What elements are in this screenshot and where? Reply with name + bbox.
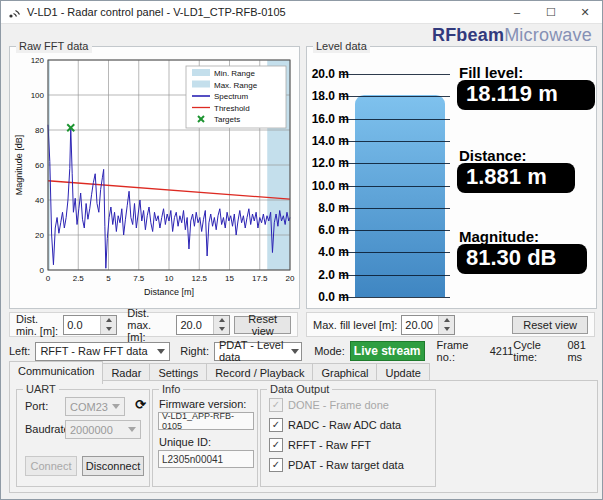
y-tick-label: 20 [35, 231, 44, 240]
y-tick-label: 80 [35, 126, 44, 135]
dist-min-value[interactable]: 0.0 [64, 316, 100, 334]
chevron-down-icon [108, 404, 124, 409]
tank-scale-label: 20.0 m [301, 67, 349, 81]
fill-level-value: 18.119 m [457, 80, 595, 110]
unique-id-field: L2305n00041 [158, 450, 254, 468]
legend-swatch [192, 69, 210, 76]
x-tick-label: 12.5 [191, 274, 207, 283]
cycle-time-value: 081 ms [567, 339, 598, 363]
app-icon [8, 5, 22, 19]
dist-min-arrows[interactable] [100, 316, 116, 334]
right-display-value: PDAT - Level data [219, 339, 289, 363]
tank-scale-line [341, 252, 450, 253]
chevron-down-icon [289, 349, 302, 354]
max-fill-value[interactable]: 20.00 [402, 316, 438, 334]
data-output-groupbox: Data Output ✓DONE - Frame done✓RADC - Ra… [260, 389, 436, 487]
checkbox-row[interactable]: ✓RADC - Raw ADC data [269, 418, 401, 432]
raw-fft-groupbox: Raw FFT data 02.557.51012.51517.52002040… [9, 46, 300, 309]
firmware-label: Firmware version: [159, 398, 246, 410]
tank-scale-line [341, 141, 450, 142]
checkbox-label: RADC - Raw ADC data [288, 419, 401, 431]
y-tick-label: 0 [40, 266, 45, 275]
x-tick-label: 17.5 [252, 274, 268, 283]
dist-max-arrows[interactable] [213, 316, 229, 334]
firmware-value-field: V-LD1_APP-RFB-0105 [158, 412, 254, 430]
info-title: Info [159, 382, 183, 396]
max-fill-stepper[interactable]: 20.00 [401, 315, 455, 335]
level-tank: 20.0 m18.0 m16.0 m14.0 m12.0 m10.0 m8.0 … [307, 47, 467, 308]
checkbox-icon: ✓ [269, 398, 283, 412]
legend-label: Min. Range [214, 69, 255, 78]
x-axis-label: Distance [m] [144, 287, 194, 297]
tab-panel-communication: UART Port: COM23 ⟳ Baudrate: 2000000 Con… [9, 380, 598, 493]
x-tick-label: 20 [286, 274, 295, 283]
disconnect-button[interactable]: Disconnect [82, 456, 144, 476]
tank-scale-line [341, 297, 450, 298]
app-window: V-LD1 - Radar control panel - V-LD1_CTP-… [0, 0, 603, 500]
checkbox-label: PDAT - Raw target data [288, 459, 404, 471]
frame-no-value: 4211 [490, 345, 514, 357]
tank-scale-label: 14.0 m [301, 134, 349, 148]
tank-scale-label: 8.0 m [301, 201, 349, 215]
mode-label: Mode: [314, 345, 345, 357]
checkbox-icon[interactable]: ✓ [269, 458, 283, 472]
mode-bar: Left: RFFT - Raw FFT data Right: PDAT - … [9, 341, 598, 361]
tank-scale-label: 12.0 m [301, 156, 349, 170]
right-combo-label: Right: [180, 345, 209, 357]
checkbox-row[interactable]: ✓PDAT - Raw target data [269, 458, 404, 472]
info-groupbox: Info Firmware version: V-LD1_APP-RFB-010… [152, 389, 258, 487]
checkbox-row: ✓DONE - Frame done [269, 398, 389, 412]
tank-scale-label: 4.0 m [301, 245, 349, 259]
legend-label: Max. Range [214, 81, 258, 90]
checkbox-icon[interactable]: ✓ [269, 418, 283, 432]
data-output-title: Data Output [267, 382, 332, 396]
window-title: V-LD1 - Radar control panel - V-LD1_CTP-… [27, 6, 286, 18]
x-tick-label: 7.5 [133, 274, 145, 283]
tank-scale-label: 10.0 m [301, 179, 349, 193]
tank-scale-line [341, 119, 450, 120]
fft-reset-view-button[interactable]: Reset view [234, 316, 291, 334]
tank-scale-line [341, 230, 450, 231]
dist-max-stepper[interactable]: 20.0 [176, 315, 230, 335]
max-fill-arrows[interactable] [438, 316, 454, 334]
checkbox-label: RFFT - Raw FFT [288, 439, 371, 451]
uart-groupbox: UART Port: COM23 ⟳ Baudrate: 2000000 Con… [16, 389, 150, 487]
y-axis-label: Magnitude [dB] [14, 135, 24, 196]
checkbox-icon[interactable]: ✓ [269, 438, 283, 452]
connect-button: Connect [25, 456, 77, 476]
baudrate-select: 2000000 [65, 420, 141, 439]
minimize-button[interactable]: – [500, 1, 534, 23]
tank-scale-line [341, 275, 450, 276]
port-value: COM23 [70, 401, 108, 413]
x-tick-label: 0 [46, 274, 51, 283]
tank-scale-line [341, 163, 450, 164]
distance-value: 1.881 m [457, 163, 575, 193]
close-button[interactable]: ✕ [568, 1, 602, 23]
legend-swatch [192, 81, 210, 88]
port-label: Port: [25, 400, 48, 412]
level-controls-strip: Max. fill level [m]: 20.00 Reset view [306, 312, 595, 337]
tank-scale-line [341, 74, 450, 75]
y-tick-label: 40 [35, 196, 44, 205]
level-reset-view-button[interactable]: Reset view [512, 316, 588, 334]
right-display-select[interactable]: PDAT - Level data [214, 342, 302, 361]
refresh-ports-icon[interactable]: ⟳ [129, 397, 152, 413]
fft-chart[interactable]: 02.557.51012.51517.520020406080100120Dis… [12, 52, 295, 303]
checkbox-row[interactable]: ✓RFFT - Raw FFT [269, 438, 371, 452]
checkbox-label: DONE - Frame done [288, 399, 389, 411]
dist-max-value[interactable]: 20.0 [177, 316, 213, 334]
left-display-select[interactable]: RFFT - Raw FFT data [35, 342, 170, 361]
dist-min-stepper[interactable]: 0.0 [63, 315, 117, 335]
maximize-button[interactable]: ☐ [534, 1, 568, 23]
x-tick-label: 2.5 [73, 274, 85, 283]
legend-label: Targets [214, 115, 240, 124]
tank-fill [355, 95, 445, 297]
level-groupbox: Level data 20.0 m18.0 m16.0 m14.0 m12.0 … [306, 46, 597, 309]
baudrate-value: 2000000 [70, 424, 113, 436]
chevron-down-icon [153, 349, 169, 354]
max-fill-label: Max. fill level [m]: [313, 319, 397, 331]
rfbeam-logo: RFbeamMicrowave [432, 25, 592, 46]
tab-communication[interactable]: Communication [9, 361, 103, 384]
fft-controls-strip: Dist. min. [m]: 0.0 Dist. max. [m]: 20.0… [9, 312, 298, 337]
title-bar: V-LD1 - Radar control panel - V-LD1_CTP-… [1, 1, 602, 24]
